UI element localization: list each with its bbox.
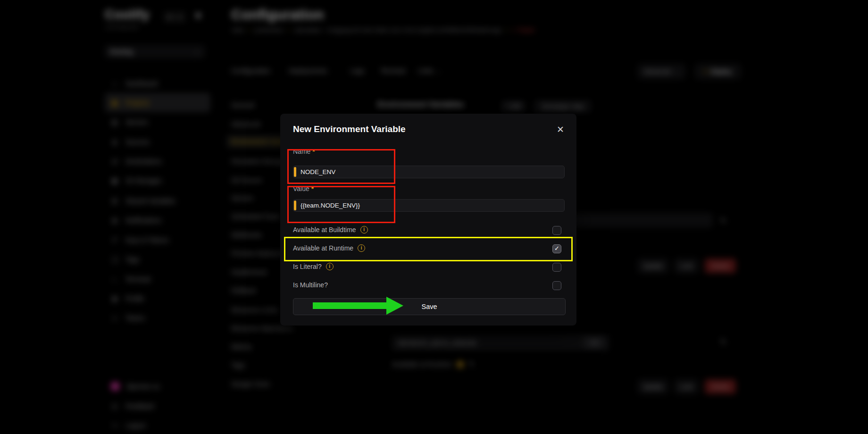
- value-input-value: {{team.NODE_ENV}}: [300, 202, 360, 209]
- label-text: Available at Runtime: [293, 244, 353, 252]
- app-window: Coolify v4.0.0-beta.419 ⌘ K ☰ Hosting ⌄ …: [0, 0, 868, 434]
- green-arrow-head: [386, 297, 403, 315]
- label-text: Is Literal?: [293, 263, 322, 270]
- value-field-label: Value *: [293, 185, 314, 192]
- green-arrow-shaft: [313, 302, 387, 309]
- value-input[interactable]: {{team.NODE_ENV}}: [293, 199, 565, 212]
- runtime-row-label: Available at Runtime i: [293, 244, 365, 252]
- info-icon[interactable]: i: [360, 226, 368, 234]
- literal-row-label: Is Literal? i: [293, 263, 334, 270]
- buildtime-row-label: Available at Buildtime i: [293, 226, 368, 234]
- modal-title: New Environment Variable: [293, 124, 406, 134]
- literal-checkbox[interactable]: [552, 263, 561, 272]
- runtime-checkbox[interactable]: ✓: [552, 244, 561, 253]
- name-input[interactable]: NODE_ENV: [293, 166, 565, 178]
- required-accent-bar: [294, 200, 296, 210]
- label-text: Name: [293, 148, 310, 155]
- multiline-checkbox[interactable]: [552, 281, 561, 290]
- new-environment-variable-modal: New Environment Variable ✕ Name * NODE_E…: [280, 114, 576, 326]
- required-accent-bar: [294, 167, 296, 177]
- multiline-row-label: Is Multiline?: [293, 281, 328, 289]
- buildtime-checkbox[interactable]: [552, 226, 561, 235]
- label-text: Available at Buildtime: [293, 226, 356, 234]
- close-icon[interactable]: ✕: [557, 124, 564, 135]
- label-text: Is Multiline?: [293, 281, 328, 289]
- name-field-label: Name *: [293, 148, 315, 155]
- name-input-value: NODE_ENV: [300, 168, 335, 175]
- label-text: Value: [293, 185, 309, 192]
- info-icon[interactable]: i: [326, 263, 334, 270]
- required-asterisk: *: [311, 185, 314, 192]
- info-icon[interactable]: i: [358, 244, 365, 252]
- required-asterisk: *: [312, 148, 315, 155]
